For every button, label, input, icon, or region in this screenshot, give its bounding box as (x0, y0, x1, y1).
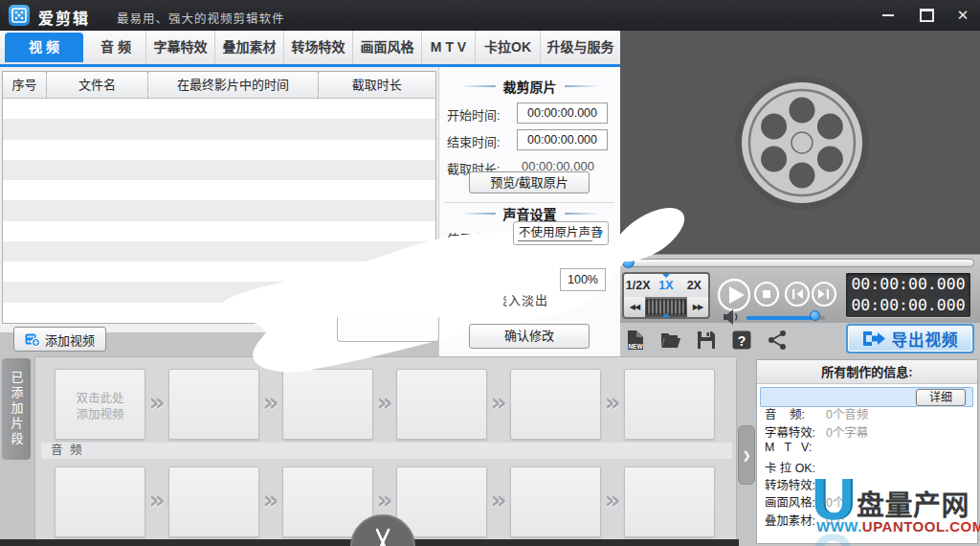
chevron-icon: » (602, 488, 623, 512)
file-list-row (3, 262, 435, 282)
close-button[interactable]: ✕ (950, 6, 975, 25)
erased-button-fragment (337, 317, 439, 342)
original-volume-input[interactable]: 100% (560, 268, 606, 291)
app-window: 爱剪辑 最易用、强大的视频剪辑软件 ✕ 视 频音 频字幕特效叠加素材转场特效画面… (0, 0, 980, 546)
main-tab-1[interactable]: 音 频 (86, 31, 145, 64)
file-list-row (3, 140, 435, 160)
start-time-input[interactable]: 00:00:00.000 (517, 102, 608, 124)
export-label: 导出视频 (892, 328, 959, 351)
info-row-label: 卡 拉 OK: (765, 459, 815, 476)
erased-patch (489, 286, 503, 307)
confirm-changes-button[interactable]: 确认修改 (469, 324, 590, 349)
main-tab-8[interactable]: 升级与服务 (540, 31, 620, 64)
share-icon[interactable] (766, 329, 791, 353)
sound-source-dropdown[interactable]: 不使用原片声音 ▼ (513, 221, 609, 245)
main-tab-2[interactable]: 字幕特效 (145, 31, 214, 64)
file-list-row (3, 119, 435, 139)
info-row-label: 音 频: (765, 405, 805, 422)
jog-forward-button[interactable]: ▶▶ (687, 297, 708, 317)
divider (461, 85, 496, 87)
clip-slot[interactable] (624, 466, 715, 537)
speed-option-1-2x[interactable]: 1/2X (624, 274, 652, 297)
main-tab-7[interactable]: 卡拉OK (475, 31, 540, 64)
column-header-2: 在最终影片中的时间 (147, 72, 317, 99)
add-video-icon (25, 331, 40, 347)
seek-bar[interactable] (624, 259, 974, 267)
clip-slot[interactable] (396, 369, 487, 440)
play-button[interactable] (719, 280, 749, 310)
slot-placeholder-line2: 添加视频 (56, 407, 145, 423)
main-tab-bar: 视 频音 频字幕特效叠加素材转场特效画面风格M T V卡拉OK升级与服务 (0, 31, 620, 64)
title-bar: 爱剪辑 最易用、强大的视频剪辑软件 ✕ (0, 0, 980, 31)
timecode-display: 00:00:00.000 00:00:00.000 (846, 273, 970, 317)
info-row-label: 画面风格: (765, 493, 815, 511)
main-tab-0[interactable]: 视 频 (5, 33, 83, 62)
chevron-icon: » (146, 488, 167, 512)
sound-section-header: 声音设置 (439, 204, 620, 223)
file-list-row (3, 241, 435, 262)
svg-text:NEW: NEW (628, 343, 643, 350)
chevron-icon: » (146, 390, 167, 415)
clip-slot[interactable] (510, 466, 601, 537)
main-tab-3[interactable]: 叠加素材 (214, 31, 283, 64)
added-clips-tab[interactable]: 已添加片段 (2, 358, 31, 460)
volume-slider[interactable] (746, 316, 817, 320)
clip-slot[interactable] (282, 369, 373, 440)
file-list-row (3, 282, 435, 302)
preview-capture-button[interactable]: 预览/截取原片 (469, 171, 590, 193)
speed-option-2x[interactable]: 2X (680, 274, 708, 297)
collapse-arrow-icon: ❯ (742, 449, 750, 462)
next-frame-button[interactable] (813, 283, 835, 306)
prev-frame-button[interactable] (786, 283, 809, 306)
minimize-icon (882, 14, 894, 16)
clip-slot[interactable] (168, 369, 259, 440)
end-time-input[interactable]: 00:00:00.000 (517, 129, 608, 150)
info-row-label: M T V: (765, 441, 812, 454)
info-row-label: 叠加素材: (765, 512, 815, 529)
help-icon[interactable]: ? (730, 329, 755, 353)
stop-button[interactable] (755, 283, 778, 306)
file-list-row (3, 221, 435, 241)
collapse-panel-handle[interactable]: ❯ (738, 425, 755, 485)
timecode-current: 00:00:00.000 (846, 274, 970, 295)
info-row-value: 0个音频 (826, 405, 868, 422)
section-divider (444, 202, 614, 203)
clip-slot[interactable] (168, 466, 259, 537)
info-row-label: 转场特效: (765, 476, 815, 493)
video-preview (620, 31, 980, 254)
file-list[interactable]: 序号文件名在最终影片中的时间截取时长 (2, 71, 436, 324)
add-video-slot[interactable]: 双击此处添加视频 (55, 369, 145, 440)
add-video-label: 添加视频 (45, 330, 95, 349)
add-video-button[interactable]: 添加视频 (13, 327, 106, 352)
project-toolbar: NEW? 导出视频 (620, 323, 980, 359)
clip-slot[interactable] (510, 369, 601, 440)
start-time-label: 开始时间: (447, 105, 501, 124)
jog-rewind-button[interactable]: ◀◀ (624, 297, 645, 317)
added-clips-tab-label: 已添加片段 (8, 371, 26, 447)
svg-text:?: ? (738, 333, 746, 349)
chevron-icon: » (260, 488, 281, 512)
open-project-icon[interactable] (659, 329, 684, 353)
clip-slot[interactable] (624, 369, 715, 440)
file-list-row (3, 160, 435, 180)
audio-track-label: 音 频 (41, 443, 732, 459)
info-row-value: 0个 (826, 512, 844, 529)
slot-placeholder-line1: 双击此处 (56, 391, 145, 407)
main-tab-6[interactable]: M T V (421, 31, 475, 64)
clip-slot[interactable] (55, 466, 145, 537)
export-video-button[interactable]: 导出视频 (846, 324, 974, 353)
volume-handle[interactable] (810, 310, 820, 321)
player-control-bar: 1/2X1X2X ◀◀ ▶▶ (620, 254, 980, 323)
crop-section-header: 裁剪原片 (439, 77, 620, 96)
new-project-icon[interactable]: NEW (624, 329, 649, 353)
detail-button[interactable]: 详细 (916, 389, 966, 406)
save-project-icon[interactable] (695, 329, 720, 353)
main-tab-5[interactable]: 画面风格 (352, 31, 421, 64)
info-panel-title: 所有制作的信息: (757, 360, 977, 384)
chevron-icon: » (374, 390, 395, 415)
maximize-button[interactable] (914, 6, 939, 25)
main-tab-4[interactable]: 转场特效 (283, 31, 352, 64)
crop-section-title: 裁剪原片 (503, 77, 557, 96)
seek-handle[interactable] (622, 256, 635, 268)
minimize-button[interactable] (876, 6, 901, 25)
